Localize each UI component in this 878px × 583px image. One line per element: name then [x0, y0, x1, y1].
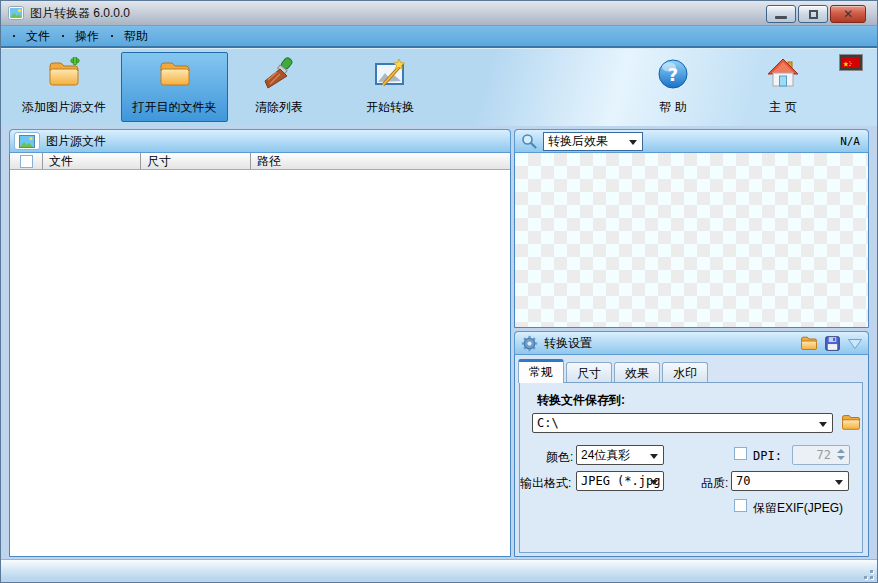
tab-general[interactable]: 常规	[518, 359, 564, 383]
settings-panel-header: 转换设置	[514, 331, 869, 355]
open-destination-folder-label: 打开目的文件夹	[133, 99, 217, 116]
magic-wand-icon	[373, 57, 407, 91]
browse-folder-button[interactable]	[841, 413, 861, 431]
preview-panel-header: 转换后效果 N/A	[514, 129, 869, 153]
settings-panel-title: 转换设置	[544, 335, 592, 352]
dpi-checkbox[interactable]	[734, 447, 747, 460]
open-destination-folder-button[interactable]: 打开目的文件夹	[121, 52, 228, 122]
title-bar: 图片转换器 6.0.0.0 ✕	[1, 1, 878, 26]
folder-plus-icon	[47, 57, 81, 91]
menu-operation-label: 操作	[75, 28, 99, 45]
china-flag-icon[interactable]	[840, 55, 862, 70]
menu-help[interactable]: 帮助	[111, 28, 148, 45]
tab-effect[interactable]: 效果	[614, 362, 660, 383]
menu-operation[interactable]: 操作	[62, 28, 99, 45]
toolbar: 添加图片源文件 打开目的文件夹 清除列表	[1, 46, 878, 126]
image-file-icon	[14, 132, 40, 150]
column-path[interactable]: 路径	[251, 153, 510, 169]
question-icon: ?	[656, 57, 690, 91]
home-label: 主 页	[769, 99, 796, 116]
quality-select[interactable]: 70	[731, 471, 849, 491]
content-area: 图片源文件 文件 尺寸 路径 转换后效果 N/A	[1, 126, 878, 559]
dpi-value: 72	[817, 448, 831, 462]
quality-value: 70	[736, 474, 764, 488]
quality-label: 品质:	[701, 475, 728, 492]
close-icon: ✕	[843, 8, 853, 20]
add-source-files-button[interactable]: 添加图片源文件	[11, 52, 117, 122]
file-table-header: 文件 尺寸 路径	[10, 153, 510, 170]
preview-effect-value: 转换后效果	[548, 133, 608, 150]
start-conversion-button[interactable]: 开始转换	[345, 52, 435, 122]
file-list[interactable]	[10, 170, 510, 554]
save-to-label: 转换文件保存到:	[537, 392, 625, 409]
chevron-down-icon	[629, 140, 637, 145]
preview-panel: 转换后效果 N/A	[514, 129, 869, 328]
source-panel-header: 图片源文件	[9, 129, 511, 153]
minimize-icon	[775, 16, 787, 19]
tab-watermark[interactable]: 水印	[662, 362, 708, 383]
minimize-button[interactable]	[766, 5, 796, 23]
column-size[interactable]: 尺寸	[141, 153, 251, 169]
clear-list-button[interactable]: 清除列表	[235, 52, 323, 122]
settings-header-actions	[800, 335, 863, 355]
resize-grip[interactable]	[859, 565, 873, 579]
home-icon	[766, 57, 800, 91]
general-tab-page: 转换文件保存到: C:\ 颜色: 24位真彩 DPI:	[519, 382, 863, 553]
preview-canvas	[515, 153, 868, 327]
maximize-icon	[809, 10, 818, 19]
floppy-disk-icon	[825, 336, 840, 351]
column-file[interactable]: 文件	[43, 153, 141, 169]
preview-effect-select[interactable]: 转换后效果	[543, 132, 643, 151]
menu-file[interactable]: 文件	[13, 28, 50, 45]
select-all-checkbox[interactable]	[20, 155, 33, 168]
start-conversion-label: 开始转换	[366, 99, 414, 116]
save-to-value: C:\	[537, 416, 573, 430]
triangle-down-icon	[847, 338, 863, 350]
menu-file-label: 文件	[26, 28, 50, 45]
source-panel-title: 图片源文件	[46, 133, 106, 150]
spin-down-icon	[837, 456, 845, 460]
output-format-label: 输出格式:	[520, 475, 571, 492]
save-to-select[interactable]: C:\	[532, 413, 833, 433]
add-source-files-label: 添加图片源文件	[22, 99, 106, 116]
status-bar	[1, 559, 878, 583]
help-button[interactable]: ? 帮 助	[643, 52, 703, 122]
close-button[interactable]: ✕	[830, 5, 866, 23]
dpi-label: DPI:	[753, 449, 782, 463]
maximize-button[interactable]	[798, 5, 828, 23]
magnifier-icon	[521, 133, 537, 149]
help-label: 帮 助	[659, 99, 686, 116]
chevron-down-icon	[835, 480, 843, 485]
color-value: 24位真彩	[581, 447, 644, 464]
settings-tabs: 常规 尺寸 效果 水印	[518, 359, 710, 383]
home-button[interactable]: 主 页	[753, 52, 813, 122]
tab-size[interactable]: 尺寸	[566, 362, 612, 383]
preview-status: N/A	[840, 135, 860, 148]
brush-icon	[262, 57, 296, 91]
menu-help-label: 帮助	[124, 28, 148, 45]
source-files-panel: 图片源文件 文件 尺寸 路径	[9, 129, 511, 557]
collapse-panel-button[interactable]	[847, 336, 863, 354]
menu-dot-icon	[13, 35, 15, 37]
output-format-select[interactable]: JPEG (*.jpg	[576, 471, 664, 491]
menu-bar: 文件 操作 帮助	[1, 26, 878, 46]
chevron-down-icon	[650, 454, 658, 459]
open-folder-icon	[800, 335, 818, 351]
folder-icon	[158, 57, 192, 91]
clear-list-label: 清除列表	[255, 99, 303, 116]
keep-exif-checkbox[interactable]	[734, 499, 747, 512]
window-controls: ✕	[766, 5, 866, 23]
save-settings-button[interactable]	[825, 336, 840, 355]
color-label: 颜色:	[546, 449, 573, 466]
dpi-spinner[interactable]: 72	[792, 445, 850, 465]
spin-up-icon	[837, 449, 845, 453]
folder-icon	[841, 413, 861, 431]
menu-dot-icon	[111, 35, 113, 37]
window-title: 图片转换器 6.0.0.0	[30, 5, 130, 22]
spinner-arrows[interactable]	[837, 449, 845, 460]
load-settings-button[interactable]	[800, 335, 818, 355]
gear-icon	[521, 335, 538, 352]
color-select[interactable]: 24位真彩	[576, 445, 664, 465]
menu-dot-icon	[62, 35, 64, 37]
app-window: 图片转换器 6.0.0.0 ✕ 文件 操作 帮助	[0, 0, 878, 583]
